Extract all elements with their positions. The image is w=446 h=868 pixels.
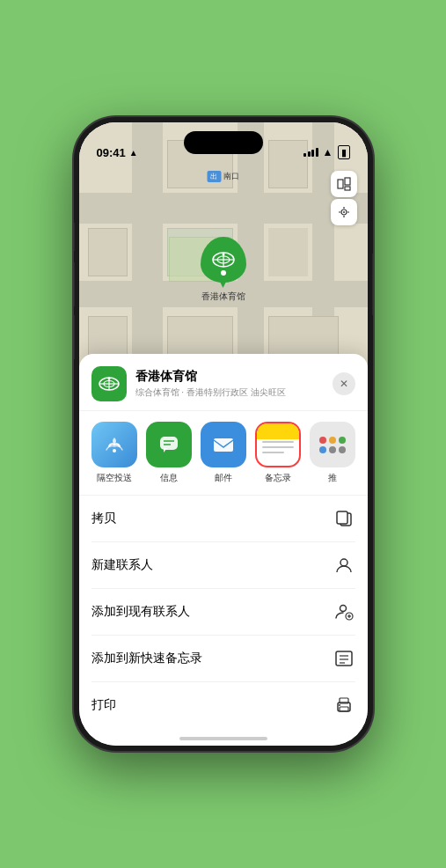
add-contact-icon bbox=[333, 600, 355, 623]
share-item-airdrop[interactable]: 隔空投送 bbox=[91, 422, 137, 484]
share-row: 隔空投送 信息 bbox=[79, 411, 368, 496]
svg-rect-0 bbox=[338, 180, 343, 188]
wifi-icon: ▲ bbox=[323, 146, 333, 158]
signal-icon bbox=[303, 148, 318, 157]
phone-frame: 09:41 ▲ ▲ ▮ bbox=[74, 117, 373, 751]
svg-point-22 bbox=[340, 559, 347, 566]
battery-icon: ▮ bbox=[338, 145, 350, 159]
svg-point-15 bbox=[113, 449, 116, 452]
svg-rect-1 bbox=[345, 178, 350, 185]
power-button[interactable] bbox=[372, 254, 373, 315]
exit-label: 南口 bbox=[223, 171, 239, 182]
more-label: 推 bbox=[328, 472, 337, 484]
svg-rect-16 bbox=[160, 437, 178, 450]
status-icons: ▲ ▮ bbox=[303, 145, 349, 159]
pin-dot bbox=[221, 270, 226, 276]
print-label: 打印 bbox=[91, 697, 116, 713]
share-item-mail[interactable]: 邮件 bbox=[201, 422, 246, 484]
add-contact-label: 添加到现有联系人 bbox=[91, 604, 190, 620]
message-icon-box bbox=[146, 422, 192, 467]
more-icon-box bbox=[310, 422, 355, 467]
notes-label: 备忘录 bbox=[265, 472, 291, 484]
time-label: 09:41 bbox=[97, 146, 126, 159]
stadium-pin[interactable]: 香港体育馆 bbox=[201, 237, 246, 303]
mail-label: 邮件 bbox=[215, 472, 232, 484]
status-time: 09:41 ▲ bbox=[97, 146, 138, 159]
svg-point-14 bbox=[107, 378, 110, 380]
action-list: 拷贝 新建联系人 bbox=[79, 496, 368, 728]
quick-note-label: 添加到新快速备忘录 bbox=[91, 651, 202, 666]
svg-rect-19 bbox=[214, 438, 233, 452]
bottom-sheet: 香港体育馆 综合体育馆 · 香港特别行政区 油尖旺区 ✕ bbox=[79, 354, 368, 746]
map-controls bbox=[331, 171, 357, 225]
share-item-message[interactable]: 信息 bbox=[146, 422, 192, 484]
airdrop-label: 隔空投送 bbox=[97, 472, 132, 484]
action-new-contact[interactable]: 新建联系人 bbox=[91, 542, 355, 589]
svg-rect-2 bbox=[345, 187, 350, 190]
action-print[interactable]: 打印 bbox=[91, 682, 355, 728]
venue-name: 香港体育馆 bbox=[135, 369, 333, 385]
pin-label: 香港体育馆 bbox=[201, 291, 245, 303]
mail-icon-box bbox=[201, 422, 246, 467]
action-add-contact[interactable]: 添加到现有联系人 bbox=[91, 589, 355, 636]
share-item-notes[interactable]: 备忘录 bbox=[255, 422, 301, 484]
message-label: 信息 bbox=[160, 472, 178, 484]
map-type-button[interactable] bbox=[331, 171, 357, 197]
venue-info: 香港体育馆 综合体育馆 · 香港特别行政区 油尖旺区 bbox=[135, 369, 333, 399]
action-copy[interactable]: 拷贝 bbox=[91, 496, 355, 542]
location-button[interactable] bbox=[331, 199, 357, 225]
svg-point-4 bbox=[343, 211, 345, 213]
svg-rect-21 bbox=[337, 511, 347, 524]
venue-subtitle: 综合体育馆 · 香港特别行政区 油尖旺区 bbox=[135, 386, 333, 399]
svg-point-23 bbox=[340, 606, 346, 612]
svg-point-34 bbox=[339, 704, 340, 706]
action-quick-note[interactable]: 添加到新快速备忘录 bbox=[91, 636, 355, 682]
location-icon: ▲ bbox=[129, 148, 138, 158]
pin-tail bbox=[220, 281, 227, 288]
phone-screen: 09:41 ▲ ▲ ▮ bbox=[79, 122, 368, 746]
share-item-more[interactable]: 推 bbox=[310, 422, 355, 484]
silent-switch[interactable] bbox=[74, 223, 75, 251]
notes-icon-box bbox=[255, 422, 301, 467]
pin-icon bbox=[201, 237, 246, 283]
map-label-sign: 出 南口 bbox=[207, 171, 239, 182]
venue-icon bbox=[91, 366, 127, 401]
quick-note-icon bbox=[333, 647, 355, 670]
airdrop-icon-box bbox=[91, 422, 137, 467]
venue-header: 香港体育馆 综合体育馆 · 香港特别行政区 油尖旺区 ✕ bbox=[79, 354, 368, 411]
volume-down-button[interactable] bbox=[74, 315, 75, 359]
new-contact-icon bbox=[333, 554, 355, 577]
svg-point-9 bbox=[222, 254, 224, 256]
home-indicator bbox=[179, 737, 267, 740]
volume-up-button[interactable] bbox=[74, 262, 75, 306]
print-icon bbox=[333, 694, 355, 717]
copy-icon bbox=[333, 507, 355, 530]
exit-sign: 出 bbox=[207, 171, 221, 182]
dynamic-island bbox=[184, 131, 263, 154]
copy-label: 拷贝 bbox=[91, 511, 116, 526]
close-button[interactable]: ✕ bbox=[333, 372, 355, 395]
new-contact-label: 新建联系人 bbox=[91, 557, 153, 573]
